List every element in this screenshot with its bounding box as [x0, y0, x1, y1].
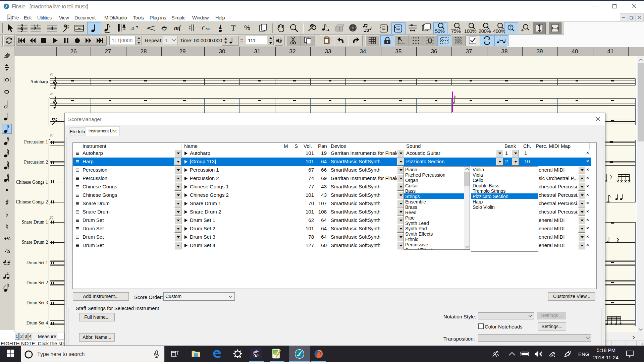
- svg-text:400%: 400%: [493, 28, 505, 34]
- svg-text:4: 4: [51, 26, 53, 31]
- svg-text:%: %: [244, 24, 250, 32]
- svg-text:r3: r3: [130, 26, 134, 31]
- svg-text:100%: 100%: [464, 28, 477, 34]
- svg-text:CM7: CM7: [202, 25, 211, 31]
- svg-text:T: T: [231, 23, 236, 32]
- svg-text:50%: 50%: [435, 28, 445, 34]
- svg-text:?: ?: [509, 26, 512, 29]
- svg-text:75%: 75%: [451, 28, 461, 34]
- svg-text:s: s: [239, 355, 241, 358]
- svg-text:200%: 200%: [479, 28, 491, 34]
- svg-text:mf: mf: [174, 24, 181, 31]
